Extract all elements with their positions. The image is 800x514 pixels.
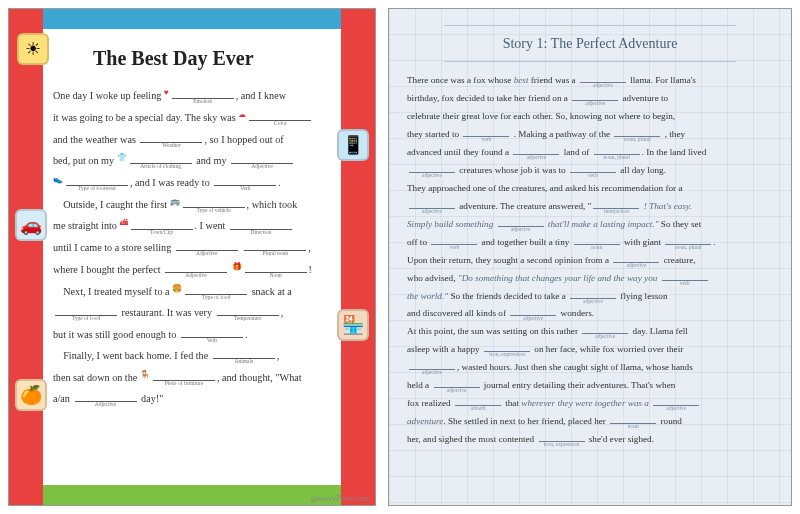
sun-icon: ☀ xyxy=(17,33,49,65)
blank-furniture[interactable]: Piece of furniture xyxy=(153,371,215,381)
blank-r10e[interactable]: noun, plural xyxy=(665,235,711,245)
blank-r11[interactable]: adjective xyxy=(613,253,659,263)
blank-animals[interactable]: Animals xyxy=(213,349,275,359)
gift-icon: 🎁 xyxy=(232,262,242,271)
blank-adjective-2[interactable]: Adjective xyxy=(176,241,238,251)
blank-town[interactable]: Town/City xyxy=(131,220,193,230)
blank-r4[interactable]: verb xyxy=(463,127,509,137)
blank-r2[interactable]: adjective xyxy=(572,91,618,101)
blank-adjective-1[interactable]: Adjective xyxy=(231,154,293,164)
city-icon: 🏙 xyxy=(120,218,128,227)
left-content: The Best Day Ever One day I woke up feel… xyxy=(47,31,337,483)
border-left xyxy=(9,9,43,505)
blank-r15[interactable]: icon, expression xyxy=(484,342,530,352)
shoe-icon: 👟 xyxy=(53,175,63,184)
border-right xyxy=(341,9,375,505)
blank-verb-2[interactable]: Verb xyxy=(181,328,243,338)
blank-r13[interactable]: adjective xyxy=(510,306,556,316)
fruit-icon: 🍊 xyxy=(15,379,47,411)
blank-adjective-4[interactable]: Adjective xyxy=(75,392,137,402)
blank-adjective-3[interactable]: Adjective xyxy=(165,263,227,273)
blank-r5[interactable]: adjective xyxy=(513,145,559,155)
shirt-icon: 👕 xyxy=(117,153,127,162)
blank-pluralnoun[interactable]: Plural noun xyxy=(244,241,306,251)
car-icon: 🚗 xyxy=(15,209,47,241)
blank-r20[interactable]: icon, expression xyxy=(539,432,585,442)
blank-rq2[interactable]: verb xyxy=(662,271,708,281)
blank-r1[interactable]: adjective xyxy=(580,73,626,83)
blank-footwear[interactable]: Type of footwear xyxy=(66,176,128,186)
food-icon: 🍔 xyxy=(172,284,182,293)
phone-icon: 📱 xyxy=(337,129,369,161)
blank-direction[interactable]: Direction xyxy=(230,220,292,230)
blank-vehicle[interactable]: Type of vehicle xyxy=(183,198,245,208)
blank-r10[interactable]: verb xyxy=(431,235,477,245)
blank-r16[interactable]: adjective xyxy=(409,360,455,370)
blank-r8[interactable]: adjective xyxy=(409,199,455,209)
right-title: Story 1: The Perfect Adventure xyxy=(444,25,737,62)
heart-icon: ♥ xyxy=(164,88,169,97)
chair-icon: 🪑 xyxy=(140,370,150,379)
right-story-body: There once was a fox whose best friend w… xyxy=(407,72,773,449)
blank-r14[interactable]: adjective xyxy=(582,324,628,334)
blank-r5c[interactable]: noun, plural xyxy=(594,145,640,155)
blank-r6[interactable]: adjective xyxy=(409,163,455,173)
blank-temperature[interactable]: Temperature xyxy=(217,306,279,316)
cloud-icon: ☁ xyxy=(238,110,246,119)
blank-rq1[interactable]: adjective xyxy=(498,217,544,227)
blank-r18[interactable]: adverb xyxy=(455,396,501,406)
story-body: One day I woke up feeling ♥Emotion, and … xyxy=(53,85,331,410)
border-top xyxy=(9,9,375,29)
worksheet-left: ☀ 📱 🚗 🏪 🍊 The Best Day Ever One day I wo… xyxy=(8,8,376,506)
blank-food-2[interactable]: Type of food xyxy=(55,306,117,316)
blank-clothing[interactable]: Article of clothing xyxy=(130,154,192,164)
blank-weather[interactable]: Weather xyxy=(140,133,202,143)
blank-noun[interactable]: Noun xyxy=(245,263,307,273)
blank-r10c[interactable]: noun xyxy=(574,235,620,245)
blank-r8c[interactable]: interjection xyxy=(593,199,639,209)
blank-r19[interactable]: noun xyxy=(610,414,656,424)
blank-verb-1[interactable]: Verb xyxy=(214,176,276,186)
blank-food-1[interactable]: Type of food xyxy=(185,285,247,295)
blank-r4c[interactable]: noun, plural xyxy=(614,127,660,137)
shop-icon: 🏪 xyxy=(337,309,369,341)
blank-r17[interactable]: adjective xyxy=(434,378,480,388)
blank-color[interactable]: Color xyxy=(249,111,311,121)
blank-r12b[interactable]: adjective xyxy=(570,289,616,299)
attribution: groovyPost.com xyxy=(311,493,369,503)
left-title: The Best Day Ever xyxy=(93,37,331,79)
blank-emotion[interactable]: Emotion xyxy=(172,89,234,99)
blank-r6c[interactable]: verb xyxy=(570,163,616,173)
bus-icon: 🚌 xyxy=(170,197,180,206)
blank-rq3[interactable]: adjective xyxy=(653,396,699,406)
worksheet-right: Story 1: The Perfect Adventure There onc… xyxy=(388,8,792,506)
